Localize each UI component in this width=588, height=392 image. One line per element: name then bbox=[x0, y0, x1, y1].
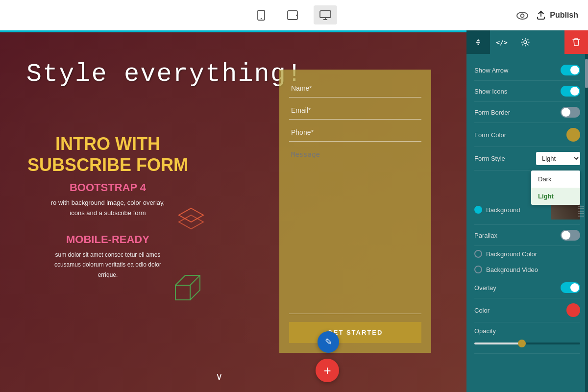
background-video-row: Background Video bbox=[474, 262, 580, 277]
dropdown-light-option[interactable]: Light bbox=[531, 188, 580, 205]
form-style-select[interactable]: Light Dark bbox=[536, 152, 580, 165]
show-icons-label: Show Icons bbox=[474, 88, 507, 95]
right-panel: </> Show Arrow Sho bbox=[466, 30, 588, 392]
overlay-label: Overlay bbox=[474, 284, 496, 292]
parallax-row: Parallax bbox=[474, 225, 580, 246]
form-border-label: Form Border bbox=[474, 109, 510, 116]
slider-track bbox=[474, 343, 580, 344]
panel-scrollbar-thumb[interactable] bbox=[585, 59, 588, 88]
form-style-dropdown-container: Light Dark Dark Light bbox=[536, 152, 580, 165]
form-style-row: Form Style Light Dark Dark Light bbox=[474, 147, 580, 171]
mobile-label: MOBILE-READY bbox=[5, 233, 211, 246]
publish-label: Publish bbox=[550, 11, 578, 20]
canvas: Style everything! INTRO WITH SUBSCRIBE F… bbox=[0, 30, 466, 392]
bootstrap-label: BOOTSTRAP 4 bbox=[5, 181, 211, 194]
opacity-row: Opacity bbox=[474, 322, 580, 354]
code-tool-btn[interactable]: </> bbox=[490, 30, 514, 54]
slider-thumb[interactable] bbox=[518, 340, 526, 347]
tablet-device-btn[interactable] bbox=[281, 5, 304, 24]
mobile-device-btn[interactable] bbox=[251, 5, 271, 24]
publish-button[interactable]: Publish bbox=[536, 10, 578, 20]
background-color-radio[interactable] bbox=[474, 250, 482, 258]
submit-button[interactable]: GET STARTED bbox=[289, 322, 421, 343]
color-swatch[interactable] bbox=[566, 303, 580, 317]
name-input[interactable] bbox=[289, 79, 421, 98]
canvas-top-border bbox=[0, 30, 466, 32]
top-bar: Publish bbox=[0, 0, 588, 30]
edit-fab[interactable]: ✎ bbox=[318, 331, 339, 353]
form-style-label: Form Style bbox=[474, 155, 505, 162]
desktop-device-btn[interactable] bbox=[314, 5, 337, 24]
form-border-row: Form Border bbox=[474, 102, 580, 123]
add-fab[interactable]: + bbox=[316, 359, 339, 382]
show-arrow-label: Show Arrow bbox=[474, 67, 508, 74]
background-color-row: Background Color bbox=[474, 246, 580, 262]
overlay-row: Overlay bbox=[474, 277, 580, 298]
color-row: Color bbox=[474, 298, 580, 322]
scroll-indicator: ∨ bbox=[216, 370, 223, 382]
top-bar-right: Publish bbox=[516, 9, 578, 21]
form-color-swatch[interactable] bbox=[566, 128, 580, 142]
grid-lines-icon bbox=[578, 206, 584, 217]
background-label-group: Background bbox=[474, 206, 520, 214]
slider-fill bbox=[474, 343, 522, 344]
preview-icon[interactable] bbox=[516, 9, 528, 21]
svg-point-5 bbox=[517, 12, 528, 19]
opacity-slider[interactable] bbox=[474, 339, 580, 348]
box-icon bbox=[172, 270, 206, 305]
panel-scrollbar[interactable] bbox=[585, 54, 588, 392]
delete-tool-btn[interactable] bbox=[564, 30, 588, 54]
svg-rect-9 bbox=[175, 285, 190, 300]
panel-toolbar: </> bbox=[466, 30, 588, 54]
settings-tool-btn[interactable] bbox=[514, 30, 537, 54]
show-icons-toggle[interactable] bbox=[561, 86, 580, 97]
parallax-toggle[interactable] bbox=[561, 230, 580, 241]
dropdown-dark-option[interactable]: Dark bbox=[531, 171, 580, 188]
form-color-label: Form Color bbox=[474, 131, 506, 139]
background-label: Background bbox=[486, 206, 520, 214]
form-border-toggle[interactable] bbox=[561, 107, 580, 118]
show-arrow-toggle[interactable] bbox=[561, 65, 580, 75]
phone-input[interactable] bbox=[289, 123, 421, 142]
svg-point-11 bbox=[524, 41, 527, 44]
background-color-label: Background Color bbox=[486, 250, 537, 258]
background-radio[interactable] bbox=[474, 206, 482, 214]
show-arrow-row: Show Arrow bbox=[474, 60, 580, 81]
reorder-tool-btn[interactable] bbox=[466, 30, 490, 54]
message-textarea[interactable] bbox=[289, 146, 421, 314]
device-switcher bbox=[251, 5, 337, 24]
svg-rect-4 bbox=[320, 11, 331, 18]
form-style-dropdown-menu: Dark Light bbox=[531, 171, 580, 205]
svg-point-3 bbox=[296, 15, 297, 16]
email-input[interactable] bbox=[289, 101, 421, 120]
main-area: Style everything! INTRO WITH SUBSCRIBE F… bbox=[0, 30, 588, 392]
svg-point-6 bbox=[521, 14, 524, 17]
color-label: Color bbox=[474, 307, 490, 314]
show-icons-row: Show Icons bbox=[474, 81, 580, 102]
opacity-label: Opacity bbox=[474, 327, 496, 335]
overlay-toggle[interactable] bbox=[561, 282, 580, 293]
background-video-label: Background Video bbox=[486, 266, 538, 273]
layer-icon bbox=[174, 204, 208, 234]
form-color-row: Form Color bbox=[474, 123, 580, 147]
subscribe-form: GET STARTED bbox=[279, 70, 431, 353]
intro-title: INTRO WITH SUBSCRIBE FORM bbox=[5, 133, 211, 175]
panel-settings-content: Show Arrow Show Icons Form Border Form C… bbox=[466, 54, 588, 392]
parallax-label: Parallax bbox=[474, 232, 497, 239]
svg-point-1 bbox=[261, 18, 262, 19]
background-video-radio[interactable] bbox=[474, 266, 482, 273]
